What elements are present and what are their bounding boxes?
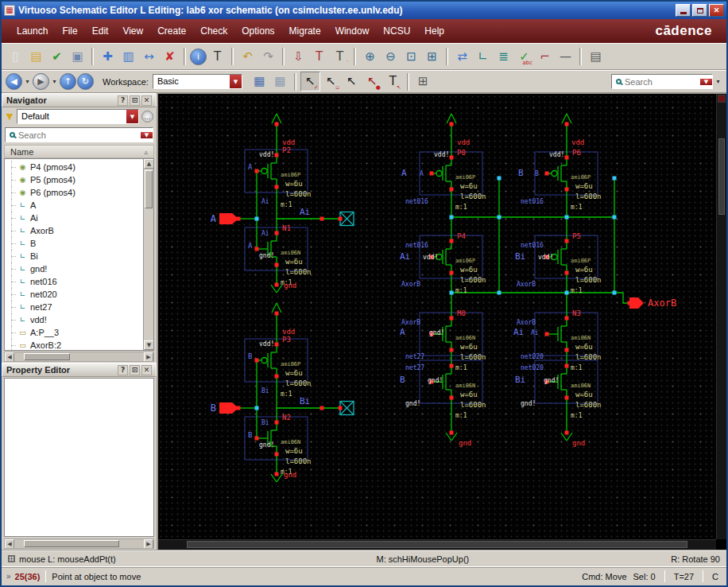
toolbar-search-dropdown-icon[interactable]: ▼ — [700, 79, 712, 85]
port-AxorB[interactable]: AxorB — [629, 297, 676, 309]
transistor-M0[interactable]: M0ami06Nw=6ul=600nm:1 — [430, 309, 486, 371]
zoom-out-icon[interactable]: ⊖ — [381, 47, 401, 67]
tree-item-a[interactable]: ∟A — [5, 199, 143, 212]
wire-label-icon[interactable]: T — [309, 47, 329, 67]
noconn-symbol[interactable] — [340, 212, 354, 226]
filter-combo[interactable]: Default ▼ — [17, 109, 139, 124]
workspace-combo[interactable]: Basic ▼ — [153, 74, 242, 89]
tree-scroll-thumb[interactable] — [145, 170, 153, 208]
transistor-unnamed[interactable]: ami06Nw=6ul=600nm:1 — [430, 364, 486, 420]
label-icon[interactable]: T — [207, 47, 227, 67]
tree-item-axorb[interactable]: ∟AxorB — [5, 224, 143, 237]
tree-header[interactable]: Name ▵ — [4, 145, 154, 158]
property-editor-close-icon[interactable]: ✕ — [141, 365, 152, 375]
scroll-right-icon[interactable]: ▶ — [144, 352, 153, 361]
port-B[interactable]: B — [211, 402, 238, 414]
tree-item-p6-pmos4-[interactable]: ◉P6 (pmos4) — [5, 186, 143, 199]
stretch-icon[interactable]: ↔ — [139, 47, 159, 67]
scroll-down-icon[interactable]: ▼ — [144, 340, 153, 350]
tree-hscroll-thumb[interactable] — [24, 353, 70, 360]
tree-item-ai[interactable]: ∟Ai — [5, 212, 143, 224]
toolbar-search-caret-icon[interactable]: ▾ — [714, 73, 722, 90]
menu-ncsu[interactable]: NCSU — [376, 22, 417, 40]
tree-item-axorb-2[interactable]: ▭AxorB:2 — [5, 339, 143, 350]
transistor-unnamed[interactable]: ami06Nw=6ul=600nm:1 — [545, 364, 602, 420]
toolbar-search[interactable]: ▼ — [611, 74, 713, 89]
navigator-float-icon[interactable]: ⊡ — [130, 95, 140, 106]
descend-icon[interactable]: ⇩ — [288, 47, 308, 67]
navigator-close-icon[interactable]: ✕ — [141, 95, 152, 106]
query-cursor-button[interactable]: ↖● — [362, 72, 382, 91]
transistor-P4[interactable]: P4ami06Pw=6ul=600nm:1 — [430, 232, 486, 294]
tree-item-p4-pmos4-[interactable]: ◉P4 (pmos4) — [5, 161, 143, 173]
pan-icon[interactable]: ⇄ — [452, 47, 472, 67]
properties-icon[interactable]: i — [190, 49, 207, 65]
toolbar-search-input[interactable] — [622, 77, 700, 87]
property-editor-help-icon[interactable]: ? — [118, 365, 128, 375]
menu-migrate[interactable]: Migrate — [282, 22, 328, 40]
transistor-P5[interactable]: P5ami06Pw=6ul=600nm:1 — [545, 232, 602, 294]
move-icon[interactable]: ✚ — [98, 47, 118, 67]
filter-dropdown-icon[interactable]: ▼ — [126, 110, 138, 123]
canvas-vscroll-thumb[interactable] — [718, 138, 725, 215]
selection-options-icon[interactable]: ⊞ — [413, 72, 433, 91]
tree-item-vdd-[interactable]: ∟vdd! — [5, 313, 143, 326]
navigator-panel-header[interactable]: Navigator ? ⊡ ✕ — [2, 93, 157, 107]
schematic-canvas[interactable]: P2ami06Pw=6ul=600nm:1N1ami06Nw=6ul=600nm… — [158, 94, 716, 539]
transistor-N3[interactable]: N3ami06Nw=6ul=600nm:1 — [545, 309, 602, 371]
new-cellview-icon[interactable]: ▯ — [6, 47, 25, 67]
tree-item-bi[interactable]: ∟Bi — [5, 250, 143, 262]
undo-icon[interactable]: ↶ — [238, 47, 258, 67]
navigator-search-input[interactable] — [16, 130, 141, 140]
tree-item-b[interactable]: ∟B — [5, 237, 143, 250]
filter-options-button[interactable]: … — [141, 111, 153, 122]
text-cursor-button[interactable]: T↖ — [383, 72, 403, 91]
save-icon[interactable]: ▣ — [68, 47, 87, 67]
navigator-help-icon[interactable]: ? — [118, 95, 128, 106]
back-history-caret-icon[interactable]: ▾ — [23, 73, 32, 90]
check-labels-icon[interactable]: ✓abc — [514, 47, 534, 67]
note-text-icon[interactable]: T′ — [330, 47, 350, 67]
redo-icon[interactable]: ↷ — [258, 47, 278, 67]
property-editor-header[interactable]: Property Editor ? ⊡ ✕ — [2, 363, 157, 377]
sidebar-horizontal-scrollbar[interactable]: ◀ ▶ — [4, 538, 154, 549]
tree-item-net020[interactable]: ∟net020 — [5, 288, 143, 301]
menu-check[interactable]: Check — [193, 22, 234, 40]
navigator-search-dropdown-icon[interactable]: ▼ — [141, 132, 153, 138]
check-and-save-icon[interactable]: ✔ — [47, 47, 67, 67]
menu-help[interactable]: Help — [417, 22, 451, 40]
devices[interactable]: P2ami06Pw=6ul=600nm:1N1ami06Nw=6ul=600nm… — [211, 114, 676, 482]
create-bus-icon[interactable]: ≣ — [494, 47, 513, 67]
revert-workspace-icon[interactable]: ▦ — [270, 72, 290, 91]
tree-horizontal-scrollbar[interactable]: ◀ ▶ — [4, 352, 154, 362]
schematic-svg[interactable]: P2ami06Pw=6ul=600nm:1N1ami06Nw=6ul=600nm… — [162, 95, 707, 511]
zoom-area-icon[interactable]: ⊞ — [422, 47, 442, 67]
up-hierarchy-button[interactable]: ↑ — [60, 73, 76, 90]
tree-item-net27[interactable]: ∟net27 — [5, 301, 143, 313]
title-bar[interactable]: ▦ Virtuoso Schematic Editor L Editing: l… — [2, 2, 726, 19]
navigator-search[interactable]: ▼ — [5, 127, 153, 142]
save-workspace-icon[interactable]: ▦ — [250, 72, 269, 91]
tree-item-a-p-3[interactable]: ▭A:P__3 — [5, 326, 143, 339]
menu-window[interactable]: Window — [328, 22, 377, 40]
canvas-vertical-scrollbar[interactable] — [716, 94, 726, 539]
zoom-in-icon[interactable]: ⊕ — [360, 47, 380, 67]
canvas-scroll-top-button[interactable] — [718, 95, 726, 103]
canvas-hscroll-thumb[interactable] — [187, 541, 687, 548]
scroll-left-icon[interactable]: ◀ — [5, 352, 14, 361]
scroll-left-icon[interactable]: ◀ — [5, 539, 14, 548]
zoom-fit-icon[interactable]: ⊡ — [401, 47, 421, 67]
delete-icon[interactable]: ✘ — [160, 47, 180, 67]
dash-icon[interactable]: — — [556, 47, 575, 67]
full-select-mode-button[interactable]: ↖✓ — [300, 72, 320, 91]
property-editor-body[interactable] — [4, 378, 154, 537]
menu-options[interactable]: Options — [234, 22, 281, 40]
noconn-symbol[interactable] — [340, 402, 354, 415]
property-editor-float-icon[interactable]: ⊡ — [130, 365, 140, 375]
sidebar-hscroll-thumb[interactable] — [24, 540, 119, 547]
menu-file[interactable]: File — [55, 22, 84, 40]
close-button[interactable]: ✕ — [709, 4, 724, 17]
partial-select-mode-button[interactable]: ↖▫ — [321, 72, 341, 91]
refresh-button[interactable]: ↻ — [77, 73, 94, 90]
workspace-dropdown-icon[interactable]: ▼ — [230, 75, 242, 88]
